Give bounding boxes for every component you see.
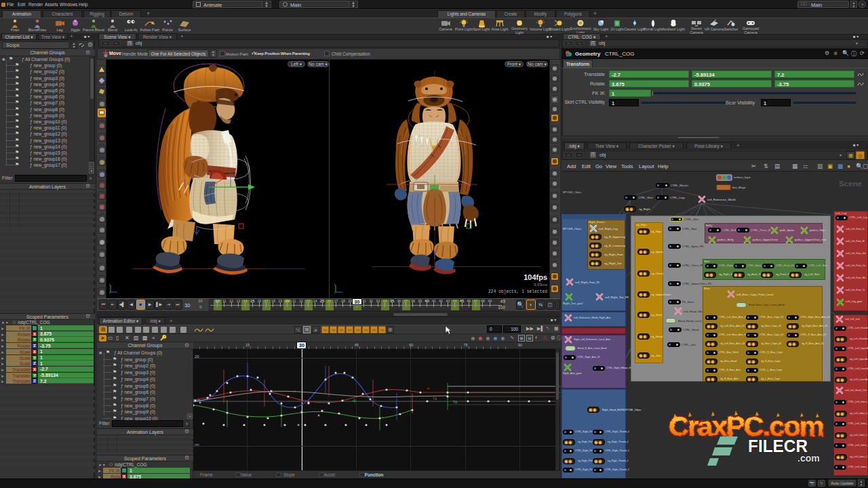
svg-text:TΔ: TΔ [453,400,458,404]
svg-text:tΔ: tΔ [353,399,356,403]
svg-text:n: n [427,386,429,390]
svg-text:.com: .com [797,453,820,464]
svg-text:n: n [294,389,296,393]
svg-text:TΔ: TΔ [433,396,437,401]
